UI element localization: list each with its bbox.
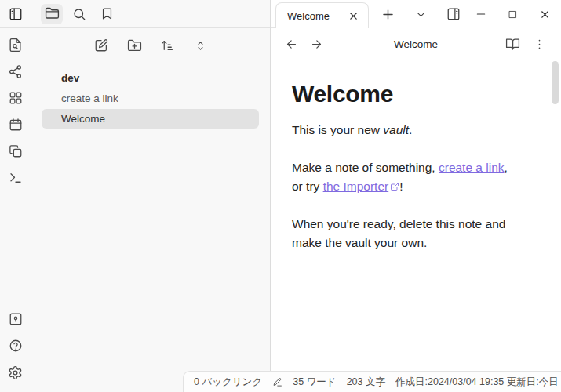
- more-vertical-icon: [533, 38, 546, 51]
- note-paragraphs: This is your new vault.Make a note of so…: [292, 121, 514, 252]
- ribbon-vault-button[interactable]: [5, 309, 27, 329]
- file-search-icon: [8, 38, 23, 53]
- help-icon: [9, 339, 23, 353]
- window-controls: [464, 0, 561, 28]
- note-paragraph: Make a note of something, create a link,…: [292, 158, 514, 196]
- file-list: devcreate a linkWelcome: [31, 63, 270, 129]
- panel-left-icon: [9, 7, 23, 21]
- file-item-welcome[interactable]: Welcome: [42, 109, 259, 129]
- ribbon-layout-grid-button[interactable]: [5, 88, 27, 108]
- settings-icon: [8, 365, 23, 380]
- create-a-link-link[interactable]: create a link: [439, 161, 505, 174]
- minus-icon: [475, 8, 487, 20]
- external-link-icon: [390, 182, 399, 191]
- vault-icon: [9, 312, 23, 326]
- close-icon: [348, 10, 359, 22]
- left-sidebar: devcreate a linkWelcome: [0, 0, 271, 392]
- forward-button[interactable]: [305, 34, 327, 54]
- ribbon-graph-button[interactable]: [5, 61, 27, 82]
- square-icon: [508, 9, 518, 20]
- the-importer-link[interactable]: the Importer: [323, 180, 400, 193]
- more-options-button[interactable]: [528, 34, 550, 54]
- ribbon-toggle-cell: [0, 4, 31, 24]
- x-icon: [539, 9, 551, 20]
- file-item-dev[interactable]: dev: [42, 68, 259, 88]
- sort-order-button[interactable]: [156, 35, 178, 56]
- graph-icon: [8, 64, 23, 79]
- scrollbar-thumb[interactable]: [552, 61, 559, 104]
- char-count: 203 文字: [347, 376, 385, 389]
- ribbon-bottom-icons: [5, 309, 27, 383]
- chevron-down-icon: [415, 9, 427, 20]
- folder-plus-icon: [127, 38, 142, 53]
- minimize-button[interactable]: [464, 2, 497, 27]
- left-sidebar-body: devcreate a linkWelcome: [0, 28, 270, 392]
- search-icon: [72, 7, 86, 21]
- note-paragraph: This is your new vault.: [292, 121, 514, 140]
- sidebar-tab-strip: [31, 4, 118, 24]
- word-count: 35 ワード: [293, 376, 336, 389]
- view-actions: [501, 34, 550, 54]
- copy-icon: [9, 144, 23, 158]
- arrow-right-icon: [310, 38, 323, 51]
- bookmark-icon: [100, 7, 114, 20]
- note-heading: Welcome: [292, 80, 514, 108]
- new-folder-button[interactable]: [123, 35, 145, 56]
- obsidian-window: devcreate a linkWelcome Welcome Welcome …: [0, 0, 561, 392]
- square-pen-icon: [94, 38, 108, 53]
- ribbon: [0, 28, 31, 392]
- ribbon-settings-button[interactable]: [5, 362, 27, 383]
- back-button[interactable]: [280, 34, 302, 54]
- new-tab-button[interactable]: [377, 4, 399, 24]
- folder-icon: [45, 6, 60, 21]
- file-explorer: devcreate a linkWelcome: [31, 28, 270, 392]
- left-sidebar-header: [0, 0, 270, 28]
- sidebar-tab-bookmark-button[interactable]: [96, 4, 118, 24]
- note-editor[interactable]: Welcome This is your new vault.Make a no…: [271, 60, 561, 392]
- nav-buttons: [280, 34, 327, 54]
- arrow-left-icon: [285, 38, 298, 51]
- toggle-left-sidebar-button[interactable]: [5, 4, 27, 24]
- sidebar-tab-folder-button[interactable]: [41, 4, 63, 24]
- view-header: Welcome: [271, 28, 561, 60]
- file-item-create-a-link[interactable]: create a link: [42, 89, 259, 108]
- main-pane: Welcome Welcome Welcome This is your new…: [271, 0, 561, 392]
- pencil-line-icon[interactable]: [272, 377, 282, 387]
- tab-welcome[interactable]: Welcome: [275, 2, 369, 28]
- toggle-right-sidebar-button[interactable]: [443, 4, 464, 24]
- book-open-icon: [505, 37, 520, 52]
- ribbon-terminal-button[interactable]: [5, 168, 27, 188]
- note-paragraph: When you're ready, delete this note and …: [292, 215, 514, 252]
- tab-list-button[interactable]: [410, 4, 432, 24]
- maximize-button[interactable]: [497, 2, 529, 27]
- ribbon-top-icons: [5, 34, 27, 188]
- backlinks-count[interactable]: 0 バックリンク: [194, 376, 262, 389]
- note-dates: 作成日:2024/03/04 19:35 更新日:今日 19:54: [395, 376, 561, 389]
- tab-bar: Welcome: [271, 0, 561, 28]
- chevrons-up-down-icon: [195, 40, 206, 52]
- status-bar: 0 バックリンク 35 ワード 203 文字 作成日:2024/03/04 19…: [183, 371, 561, 392]
- close-window-button[interactable]: [529, 2, 561, 27]
- file-explorer-toolbar: [31, 28, 270, 63]
- ribbon-file-search-button[interactable]: [5, 34, 27, 55]
- sidebar-tab-search-button[interactable]: [68, 4, 90, 24]
- layout-grid-icon: [9, 91, 23, 105]
- new-note-button[interactable]: [90, 35, 112, 56]
- tab-close-button[interactable]: [344, 7, 362, 24]
- expand-collapse-button[interactable]: [189, 35, 211, 56]
- tab-title: Welcome: [287, 10, 344, 22]
- calendar-icon: [9, 118, 23, 132]
- emphasized-text: vault: [383, 123, 409, 136]
- reading-mode-button[interactable]: [501, 34, 523, 54]
- sort-asc-icon: [160, 38, 174, 53]
- ribbon-calendar-button[interactable]: [5, 114, 27, 135]
- tab-actions: [377, 0, 464, 28]
- ribbon-help-button[interactable]: [5, 336, 27, 356]
- ribbon-copy-button[interactable]: [5, 141, 27, 162]
- terminal-icon: [9, 171, 23, 185]
- panel-right-icon: [446, 7, 461, 21]
- note-content: Welcome This is your new vault.Make a no…: [271, 60, 514, 252]
- plus-icon: [381, 7, 395, 22]
